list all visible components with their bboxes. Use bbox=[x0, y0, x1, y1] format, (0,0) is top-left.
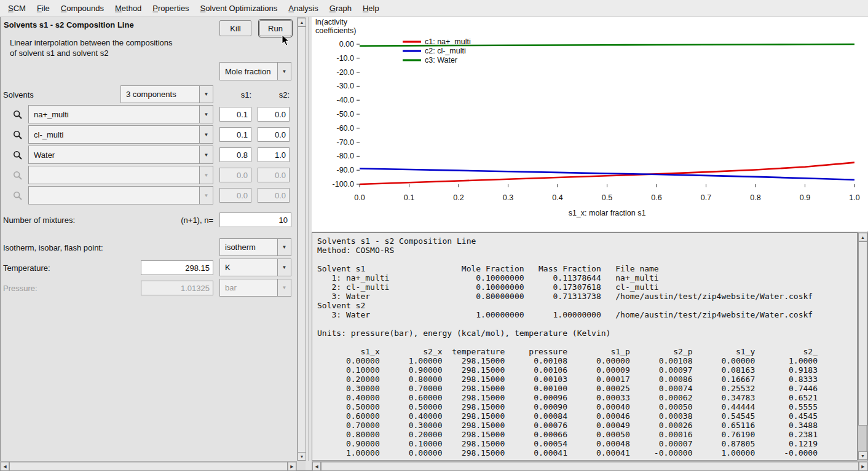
chevron-down-icon: ▼ bbox=[199, 86, 213, 103]
s2-column-header: s2: bbox=[258, 90, 290, 99]
compound-name bbox=[29, 166, 199, 184]
pressure-input bbox=[141, 281, 213, 295]
menu-item-file[interactable]: File bbox=[31, 1, 55, 15]
search-icon bbox=[13, 130, 23, 140]
s2-fraction-input-2[interactable] bbox=[258, 127, 290, 142]
y-tick-label: -10.0 bbox=[337, 54, 355, 63]
y-tick-label: -100.0 bbox=[333, 180, 354, 189]
chevron-down-icon: ▼ bbox=[277, 279, 291, 296]
menu-bar: SCM File Compounds Method Properties Sol… bbox=[0, 0, 868, 17]
scroll-left-arrow-icon[interactable]: ◀ bbox=[312, 462, 321, 471]
scroll-down-arrow-icon[interactable]: ▼ bbox=[298, 452, 306, 461]
temperature-unit-combobox[interactable]: K ▼ bbox=[219, 259, 291, 276]
s1-fraction-input-1[interactable] bbox=[219, 107, 251, 122]
scroll-up-arrow-icon[interactable]: ▲ bbox=[858, 233, 867, 241]
scrollbar-thumb[interactable] bbox=[9, 462, 288, 471]
left-panel-vertical-scrollbar[interactable]: ▲ ▼ bbox=[297, 17, 306, 461]
s2-fraction-input-5 bbox=[258, 188, 290, 203]
chevron-down-icon: ▼ bbox=[199, 166, 213, 184]
scroll-down-arrow-icon[interactable]: ▼ bbox=[858, 451, 867, 460]
scroll-up-arrow-icon[interactable]: ▲ bbox=[298, 18, 306, 26]
results-output-box: Solvents s1 - s2 Composition Line Method… bbox=[312, 232, 858, 461]
results-output-text: Solvents s1 - s2 Composition Line Method… bbox=[312, 233, 857, 457]
compound-name bbox=[29, 187, 199, 204]
scroll-right-arrow-icon[interactable]: ▶ bbox=[859, 462, 867, 471]
menu-item-properties[interactable]: Properties bbox=[147, 1, 194, 15]
compound-combobox-3[interactable]: Water ▼ bbox=[28, 146, 213, 164]
y-tick-label: -60.0 bbox=[337, 124, 355, 133]
chevron-down-icon: ▼ bbox=[199, 146, 213, 163]
menu-item-compounds[interactable]: Compounds bbox=[55, 1, 109, 15]
compound-name: Water bbox=[29, 146, 199, 163]
menu-item-solvent-optimizations[interactable]: Solvent Optimizations bbox=[195, 1, 283, 15]
x-tick-label: 0.8 bbox=[750, 193, 760, 202]
compound-name: cl-_multi bbox=[29, 126, 199, 143]
s2-fraction-input-4 bbox=[258, 168, 290, 182]
compound-combobox-2[interactable]: cl-_multi ▼ bbox=[28, 125, 213, 144]
legend-label: c2: cl-_multi bbox=[425, 47, 466, 55]
chevron-down-icon: ▼ bbox=[199, 187, 213, 204]
right-panel-horizontal-scrollbar[interactable]: ◀ ▶ bbox=[312, 461, 868, 470]
x-tick-label: 0.9 bbox=[800, 193, 810, 202]
page-title: Solvents s1 - s2 Composition Line bbox=[4, 20, 134, 29]
chevron-down-icon: ▼ bbox=[277, 259, 291, 276]
y-axis-label: ln(activity bbox=[315, 18, 348, 26]
pressure-unit-combobox: bar ▼ bbox=[219, 279, 291, 297]
s1-fraction-input-2[interactable] bbox=[219, 127, 251, 142]
search-compound-button bbox=[12, 190, 23, 201]
y-tick-label: -50.0 bbox=[337, 110, 355, 119]
series-line bbox=[360, 168, 854, 179]
compound-combobox-1[interactable]: na+_multi ▼ bbox=[28, 105, 213, 123]
scroll-right-arrow-icon[interactable]: ▶ bbox=[288, 462, 296, 471]
panel-divider bbox=[308, 17, 309, 461]
search-icon bbox=[13, 171, 23, 181]
mixtures-input[interactable] bbox=[219, 212, 291, 227]
mode-label: Isotherm, isobar, flash point: bbox=[3, 243, 103, 252]
scrollbar-thumb[interactable] bbox=[298, 26, 306, 453]
compound-combobox-5: ▼ bbox=[28, 186, 213, 204]
s1-column-header: s1: bbox=[219, 90, 251, 99]
mouse-cursor bbox=[282, 34, 290, 47]
menu-item-scm[interactable]: SCM bbox=[2, 1, 31, 15]
output-vertical-scrollbar[interactable]: ▲ ▼ bbox=[858, 232, 867, 461]
menu-item-help[interactable]: Help bbox=[357, 1, 385, 15]
chevron-down-icon: ▼ bbox=[199, 126, 213, 143]
search-compound-button[interactable] bbox=[12, 130, 23, 141]
search-icon bbox=[13, 150, 23, 160]
y-tick-label: -20.0 bbox=[337, 68, 355, 77]
app-window: SCM File Compounds Method Properties Sol… bbox=[0, 0, 868, 471]
activity-coefficients-chart: ln(activitycoefficients)0.00-10.0-20.0-3… bbox=[312, 17, 868, 232]
chevron-down-icon: ▼ bbox=[277, 239, 291, 255]
pressure-unit-value: bar bbox=[220, 279, 277, 296]
chart-canvas: ln(activitycoefficients)0.00-10.0-20.0-3… bbox=[312, 17, 868, 232]
search-compound-button[interactable] bbox=[12, 150, 23, 161]
temperature-label: Temperature: bbox=[3, 263, 50, 273]
compound-name: na+_multi bbox=[29, 106, 199, 123]
y-tick-label: -40.0 bbox=[337, 96, 355, 104]
mode-combobox[interactable]: isotherm ▼ bbox=[219, 238, 291, 256]
y-tick-label: 0.00 bbox=[339, 40, 354, 49]
s1-fraction-input-4 bbox=[219, 168, 251, 182]
menu-item-analysis[interactable]: Analysis bbox=[283, 1, 323, 15]
x-axis-label: s1_x: molar fraction s1 bbox=[569, 209, 646, 217]
fraction-mode-value: Mole fraction bbox=[220, 63, 277, 80]
solvents-label: Solvents bbox=[3, 90, 34, 99]
left-panel-horizontal-scrollbar[interactable]: ◀ ▶ bbox=[0, 461, 297, 470]
x-tick-label: 0.0 bbox=[354, 193, 365, 202]
legend-label: c3: Water bbox=[425, 56, 457, 64]
y-tick-label: -80.0 bbox=[337, 152, 355, 160]
search-compound-button[interactable] bbox=[12, 109, 23, 120]
temperature-input[interactable] bbox=[141, 260, 213, 275]
fraction-mode-combobox[interactable]: Mole fraction ▼ bbox=[219, 62, 291, 80]
kill-button[interactable]: Kill bbox=[219, 20, 251, 36]
scrollbar-thumb[interactable] bbox=[321, 462, 859, 471]
scroll-left-arrow-icon[interactable]: ◀ bbox=[1, 462, 9, 471]
s1-fraction-input-3[interactable] bbox=[219, 147, 251, 162]
menu-item-graph[interactable]: Graph bbox=[324, 1, 357, 15]
s2-fraction-input-3[interactable] bbox=[258, 147, 290, 162]
scrollbar-thumb[interactable] bbox=[858, 241, 867, 426]
y-tick-label: -90.0 bbox=[337, 166, 355, 174]
components-combobox[interactable]: 3 components ▼ bbox=[120, 85, 213, 103]
s2-fraction-input-1[interactable] bbox=[258, 107, 290, 122]
menu-item-method[interactable]: Method bbox=[109, 1, 147, 15]
